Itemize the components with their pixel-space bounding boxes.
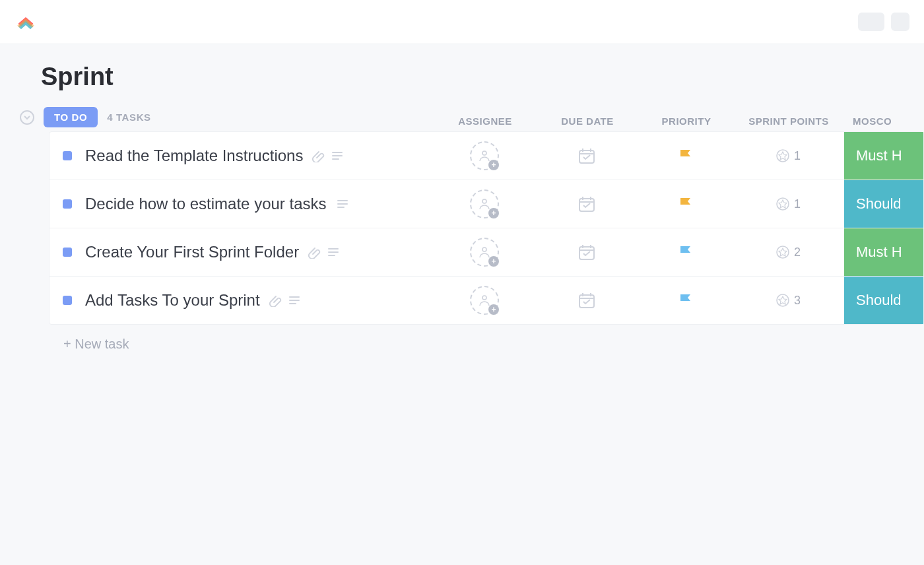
col-header-points[interactable]: SPRINT POINTS bbox=[733, 116, 845, 127]
priority-cell[interactable] bbox=[640, 292, 732, 309]
col-header-moscow[interactable]: MOSCO bbox=[845, 116, 924, 127]
points-cell[interactable]: 2 bbox=[732, 245, 844, 259]
attachment-icon bbox=[312, 149, 325, 162]
attachment-icon bbox=[269, 294, 282, 307]
duedate-cell[interactable] bbox=[534, 146, 640, 166]
task-title[interactable]: Create Your First Sprint Folder bbox=[85, 243, 299, 261]
description-icon bbox=[288, 294, 301, 307]
flag-icon bbox=[677, 244, 694, 261]
priority-cell[interactable] bbox=[640, 244, 732, 261]
col-header-duedate[interactable]: DUE DATE bbox=[535, 116, 640, 127]
star-icon bbox=[776, 149, 790, 163]
points-value: 1 bbox=[794, 197, 801, 211]
col-header-assignee[interactable]: ASSIGNEE bbox=[436, 116, 535, 127]
topbar-button-2[interactable] bbox=[891, 13, 909, 31]
task-cells: +1Should bbox=[435, 180, 923, 228]
plus-icon: + bbox=[488, 160, 499, 170]
app-logo[interactable] bbox=[15, 11, 37, 33]
duedate-cell[interactable] bbox=[534, 194, 640, 214]
points-cell[interactable]: 3 bbox=[732, 293, 844, 308]
moscow-cell[interactable]: Must H bbox=[844, 228, 923, 276]
calendar-icon bbox=[577, 290, 597, 310]
flag-icon bbox=[677, 292, 694, 309]
moscow-cell[interactable]: Should bbox=[844, 180, 923, 228]
task-list: Read the Template Instructions+1Must HDe… bbox=[49, 131, 924, 325]
task-title[interactable]: Read the Template Instructions bbox=[85, 147, 303, 165]
topbar bbox=[0, 0, 924, 44]
attachment-icon bbox=[308, 246, 321, 259]
priority-cell[interactable] bbox=[640, 147, 732, 164]
col-header-priority[interactable]: PRIORITY bbox=[640, 116, 733, 127]
duedate-cell[interactable] bbox=[534, 290, 640, 310]
plus-icon: + bbox=[488, 256, 499, 267]
calendar-icon bbox=[577, 194, 597, 214]
assignee-cell[interactable]: + bbox=[435, 141, 534, 170]
points-value: 1 bbox=[794, 149, 801, 163]
assignee-cell[interactable]: + bbox=[435, 238, 534, 267]
new-task-button[interactable]: + New task bbox=[63, 337, 924, 352]
task-cells: +1Must H bbox=[435, 132, 923, 180]
task-meta bbox=[269, 294, 301, 307]
add-assignee-icon[interactable]: + bbox=[470, 286, 499, 315]
column-headers: ASSIGNEE DUE DATE PRIORITY SPRINT POINTS… bbox=[436, 116, 924, 127]
task-meta bbox=[312, 149, 344, 162]
duedate-cell[interactable] bbox=[534, 242, 640, 262]
status-indicator[interactable] bbox=[63, 248, 72, 257]
task-row[interactable]: Create Your First Sprint Folder+2Must H bbox=[50, 228, 923, 277]
task-count: 4 TASKS bbox=[107, 112, 150, 123]
description-icon bbox=[327, 246, 340, 259]
content-area: Sprint ASSIGNEE DUE DATE PRIORITY SPRINT… bbox=[0, 44, 924, 352]
topbar-button-1[interactable] bbox=[858, 13, 884, 31]
flag-icon bbox=[677, 147, 694, 164]
calendar-icon bbox=[577, 242, 597, 262]
collapse-toggle[interactable] bbox=[20, 110, 34, 125]
task-meta bbox=[308, 246, 340, 259]
moscow-tag[interactable]: Should bbox=[844, 277, 923, 324]
calendar-icon bbox=[577, 146, 597, 166]
page-title: Sprint bbox=[41, 63, 924, 91]
plus-icon: + bbox=[488, 208, 499, 218]
add-assignee-icon[interactable]: + bbox=[470, 238, 499, 267]
star-icon bbox=[776, 197, 790, 211]
description-icon bbox=[331, 149, 344, 162]
points-value: 2 bbox=[794, 246, 801, 259]
plus-icon: + bbox=[488, 304, 499, 315]
task-row[interactable]: Add Tasks To your Sprint+3Should bbox=[50, 277, 923, 324]
task-title[interactable]: Add Tasks To your Sprint bbox=[85, 291, 260, 310]
status-pill-todo[interactable]: TO DO bbox=[44, 107, 98, 127]
moscow-cell[interactable]: Must H bbox=[844, 132, 923, 180]
description-icon bbox=[336, 197, 349, 211]
points-value: 3 bbox=[794, 294, 801, 308]
status-indicator[interactable] bbox=[63, 296, 72, 305]
add-assignee-icon[interactable]: + bbox=[470, 141, 499, 170]
points-cell[interactable]: 1 bbox=[732, 149, 844, 163]
task-meta bbox=[336, 197, 349, 211]
moscow-tag[interactable]: Should bbox=[844, 180, 923, 228]
moscow-tag[interactable]: Must H bbox=[844, 228, 923, 276]
task-row[interactable]: Read the Template Instructions+1Must H bbox=[50, 132, 923, 180]
flag-icon bbox=[677, 195, 694, 213]
add-assignee-icon[interactable]: + bbox=[470, 189, 499, 218]
topbar-actions bbox=[858, 13, 909, 31]
task-cells: +2Must H bbox=[435, 228, 923, 276]
status-indicator[interactable] bbox=[63, 199, 72, 209]
points-cell[interactable]: 1 bbox=[732, 197, 844, 211]
status-indicator[interactable] bbox=[63, 151, 72, 160]
assignee-cell[interactable]: + bbox=[435, 189, 534, 218]
task-title[interactable]: Decide how to estimate your tasks bbox=[85, 195, 327, 213]
star-icon bbox=[776, 293, 790, 308]
priority-cell[interactable] bbox=[640, 195, 732, 213]
moscow-cell[interactable]: Should bbox=[844, 277, 923, 324]
task-cells: +3Should bbox=[435, 277, 923, 324]
moscow-tag[interactable]: Must H bbox=[844, 132, 923, 180]
assignee-cell[interactable]: + bbox=[435, 286, 534, 315]
task-row[interactable]: Decide how to estimate your tasks+1Shoul… bbox=[50, 180, 923, 228]
star-icon bbox=[776, 245, 790, 259]
